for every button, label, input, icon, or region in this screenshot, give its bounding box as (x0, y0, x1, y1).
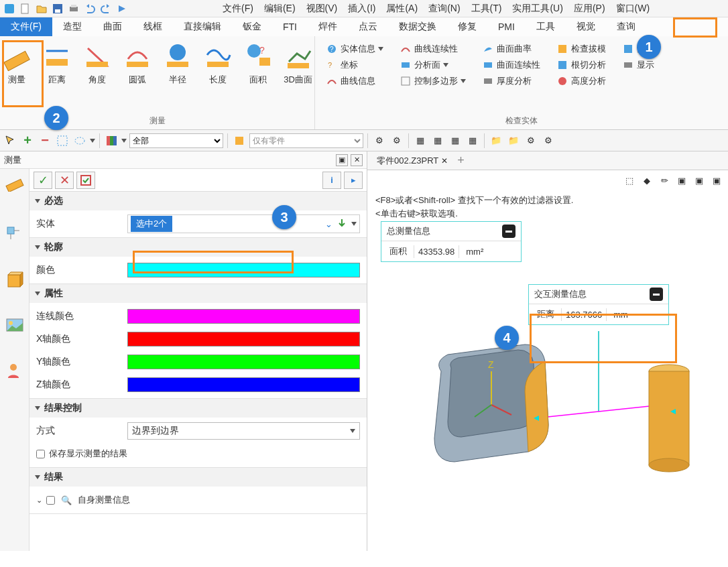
panel-close-icon[interactable]: ✕ (351, 154, 363, 166)
menu-file[interactable]: 文件(F) (217, 1, 259, 17)
rbtn-length[interactable]: 长度 (199, 39, 237, 114)
eraser-icon[interactable]: ✏ (657, 173, 672, 188)
dropdown-icon[interactable] (351, 222, 357, 226)
pick-icon[interactable] (337, 218, 347, 231)
sbtn-surf-cont[interactable]: 曲面连续性 (479, 58, 543, 72)
menu-window[interactable]: 窗口(W) (611, 1, 656, 17)
dropdown-icon[interactable] (90, 139, 95, 143)
panel-restore-icon[interactable]: ▣ (336, 154, 348, 166)
cube-icon[interactable]: ▣ (692, 173, 707, 188)
sbtn-undercut[interactable]: 根切分析 (554, 58, 609, 72)
sbtn-check-draft[interactable]: 检查拔模 (554, 42, 609, 56)
color-swatch-contour[interactable] (127, 263, 360, 277)
result-tree-item[interactable]: ⌄ 🔍 自身测量信息 (36, 491, 360, 509)
cube-icon[interactable]: ▣ (709, 173, 724, 188)
minus-icon[interactable]: − (38, 133, 52, 148)
cancel-button[interactable]: ✕ (55, 172, 74, 189)
new-icon[interactable] (19, 2, 32, 15)
color-swatch-line[interactable] (127, 309, 360, 324)
ribbon-tab-data[interactable]: 数据交换 (388, 17, 447, 36)
sb-cube-icon[interactable] (4, 269, 25, 291)
menu-attr[interactable]: 属性(A) (381, 1, 423, 17)
save-results-checkbox[interactable]: 保存显示测量的结果 (36, 448, 127, 460)
filter-parts-select[interactable]: 仅有零件 (249, 133, 363, 148)
ribbon-tab-pmi[interactable]: PMI (487, 17, 526, 36)
ribbon-tab-file[interactable]: 文件(F) (0, 17, 52, 36)
ribbon-tab-query[interactable]: 查询 (606, 17, 646, 36)
open-icon[interactable] (35, 2, 48, 15)
ribbon-tab-tools[interactable]: 工具 (526, 17, 566, 36)
close-icon[interactable]: ✕ (441, 156, 448, 166)
rbtn-arc[interactable]: 圆弧 (119, 39, 156, 114)
ribbon-tab-point[interactable]: 点云 (348, 17, 388, 36)
sbtn-coord[interactable]: ?坐标 (323, 58, 386, 72)
folder-icon[interactable]: 📁 (506, 133, 521, 148)
sb-tree-icon[interactable] (4, 224, 25, 245)
cursor-icon[interactable] (3, 133, 17, 148)
sbtn-ctrl-poly[interactable]: 控制多边形 (397, 74, 469, 88)
section-header[interactable]: 属性 (29, 284, 367, 303)
view-icon[interactable]: ◆ (640, 173, 654, 188)
sbtn-thickness[interactable]: 厚度分析 (479, 74, 543, 88)
sbtn-curve-cont[interactable]: 曲线连续性 (397, 42, 469, 56)
rbtn-distance[interactable]: 距离 (38, 39, 76, 114)
sb-image-icon[interactable] (4, 315, 25, 336)
menu-edit[interactable]: 编辑(E) (259, 1, 301, 17)
menu-util[interactable]: 实用工具(U) (507, 1, 568, 17)
align-icon[interactable]: ▦ (448, 133, 463, 148)
doc-tab[interactable]: 零件002.Z3PRT ✕ (371, 153, 453, 168)
filter-all-select[interactable]: 全部 (129, 133, 223, 148)
sbtn-entity-info[interactable]: ?实体信息 (323, 42, 386, 56)
rbtn-area[interactable]: ?面积 (239, 39, 277, 114)
ribbon-tab-wire[interactable]: 线框 (133, 17, 173, 36)
rbtn-angle[interactable]: 角度 (78, 39, 116, 114)
ribbon-tab-model[interactable]: 造型 (52, 17, 93, 36)
mode-select[interactable]: 边界到边界 (127, 422, 360, 440)
sbtn-curve-info[interactable]: 曲线信息 (323, 74, 386, 88)
menu-query[interactable]: 查询(N) (423, 1, 465, 17)
folder-icon[interactable]: 📁 (489, 133, 503, 148)
add-tab-icon[interactable]: + (457, 153, 465, 168)
section-header[interactable]: 轮廓 (29, 238, 367, 257)
print-icon[interactable] (67, 2, 80, 15)
align-icon[interactable]: ▦ (413, 133, 428, 148)
save-icon[interactable] (51, 2, 64, 15)
ribbon-tab-fti[interactable]: FTI (272, 17, 308, 36)
chevron-down-icon[interactable]: ⌄ (325, 219, 332, 229)
sbtn-analyze-face[interactable]: 分析面 (397, 58, 469, 72)
menu-app[interactable]: 应用(P) (568, 1, 611, 17)
align-icon[interactable]: ▦ (430, 133, 445, 148)
ribbon-tab-sheet[interactable]: 钣金 (232, 17, 272, 36)
section-header[interactable]: 结果 (29, 468, 367, 487)
rbtn-measure[interactable]: 测量 (0, 39, 36, 114)
gear-icon[interactable]: ⚙ (541, 133, 556, 148)
menu-insert[interactable]: 插入(I) (343, 1, 381, 17)
color-swatch-y[interactable] (127, 355, 360, 369)
select-lasso-icon[interactable] (72, 133, 87, 148)
sbtn-display[interactable]: 显示 (619, 58, 657, 72)
entity-input[interactable]: 选中2个 (131, 216, 172, 232)
collapse-button[interactable]: ▸ (344, 172, 363, 189)
ribbon-tab-repair[interactable]: 修复 (447, 17, 487, 36)
rbtn-3dsurf[interactable]: 3D曲面 (280, 39, 317, 114)
section-header[interactable]: 必选 (29, 192, 367, 210)
ribbon-tab-direct[interactable]: 直接编辑 (173, 17, 232, 36)
undo-icon[interactable] (83, 2, 97, 15)
sbtn-height[interactable]: 高度分析 (554, 74, 609, 88)
sb-ruler-icon[interactable] (4, 172, 25, 193)
cube-icon[interactable] (232, 133, 247, 148)
view-icon[interactable]: ⬚ (622, 173, 637, 188)
tool-icon[interactable]: ⚙ (372, 133, 387, 148)
rbtn-radius[interactable]: 半径 (159, 39, 196, 114)
menu-view[interactable]: 视图(V) (301, 1, 343, 17)
ok-button[interactable]: ✓ (34, 172, 52, 189)
plus-icon[interactable]: + (20, 133, 35, 148)
ribbon-tab-surface[interactable]: 曲面 (93, 17, 133, 36)
viewport[interactable]: <F8>或者<Shift-roll> 查找下一个有效的过滤器设置. <单击右键>… (367, 190, 728, 551)
color-swatch-z[interactable] (127, 377, 360, 392)
section-header[interactable]: 结果控制 (29, 399, 367, 418)
sb-person-icon[interactable] (4, 361, 25, 382)
gear-icon[interactable]: ⚙ (524, 133, 538, 148)
tool-icon[interactable]: ⚙ (389, 133, 404, 148)
play-icon[interactable] (115, 2, 129, 15)
